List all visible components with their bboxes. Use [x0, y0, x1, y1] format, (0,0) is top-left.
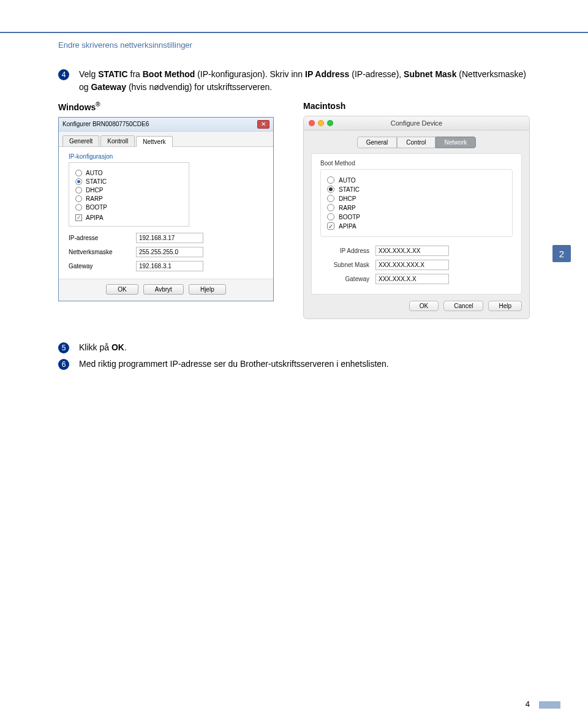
- s4-b2: Boot Method: [143, 69, 195, 79]
- mac-cancel-button[interactable]: Cancel: [443, 301, 483, 311]
- tab-generelt[interactable]: Generelt: [62, 135, 99, 146]
- win-field-gw: Gateway 192.168.3.1: [69, 261, 263, 271]
- s4-p2: (hvis nødvendig) for utskriftsserveren.: [126, 82, 272, 92]
- mac-radio-dhcp[interactable]: DHCP: [327, 195, 506, 202]
- step-5: 5 Klikk på OK.: [58, 341, 530, 354]
- section-title: Endre skriverens nettverksinnstillinger: [58, 40, 530, 50]
- mac-dialog: Configure Device General Control Network…: [303, 116, 530, 319]
- mac-titlebar: Configure Device: [304, 116, 529, 130]
- mac-input-ip[interactable]: XXX.XXX.X.XX: [375, 246, 449, 256]
- mac-tabs: General Control Network: [304, 137, 529, 148]
- mac-group-label: Boot Method: [320, 160, 513, 167]
- page-number: 4: [526, 699, 530, 709]
- windows-label: Windows®: [58, 101, 285, 112]
- step-6: 6 Med riktig programmert IP-adresse ser …: [58, 358, 530, 371]
- step-number-6: 6: [58, 359, 69, 370]
- mac-title-text: Configure Device: [339, 119, 494, 127]
- win-check-apipa[interactable]: ✓APIPA: [75, 214, 183, 221]
- mac-tab-general[interactable]: General: [357, 137, 398, 148]
- mac-tab-network[interactable]: Network: [435, 137, 477, 148]
- header-rule: [0, 32, 588, 33]
- win-group-label: IP-konfigurasjon: [69, 153, 263, 160]
- s4-p1: (IP-konfigurasjon). Skriv inn: [195, 69, 305, 79]
- win-radio-dhcp[interactable]: DHCP: [75, 187, 183, 194]
- s4-b3: IP Address: [305, 69, 349, 79]
- chapter-tab: 2: [552, 245, 571, 262]
- mac-field-ip: IP Address XXX.XXX.X.XX: [320, 246, 513, 256]
- win-input-mask[interactable]: 255.255.255.0: [136, 247, 203, 257]
- s4-m2: (IP-adresse),: [349, 69, 404, 79]
- s4-b4: Subnet Mask: [404, 69, 456, 79]
- s4-pre: Velg: [79, 69, 98, 79]
- win-radio-static[interactable]: STATIC: [75, 178, 183, 185]
- s5-post: .: [124, 342, 127, 352]
- mac-tab-control[interactable]: Control: [397, 137, 435, 148]
- close-icon[interactable]: ✕: [257, 120, 270, 129]
- page-bar: [539, 701, 560, 709]
- mac-field-mask: Subnet Mask XXX.XXX.XXX.X: [320, 260, 513, 270]
- macintosh-label: Macintosh: [303, 101, 530, 111]
- mac-zoom-icon[interactable]: [327, 120, 333, 126]
- win-ip-config-group: AUTO STATIC DHCP RARP BOOTP ✓APIPA: [69, 162, 189, 227]
- mac-radio-static[interactable]: STATIC: [327, 186, 506, 193]
- s4-m1: fra: [128, 69, 143, 79]
- mac-input-mask[interactable]: XXX.XXX.XXX.X: [375, 260, 449, 270]
- mac-radio-bootp[interactable]: BOOTP: [327, 213, 506, 220]
- win-input-ip[interactable]: 192.168.3.17: [136, 233, 203, 243]
- mac-check-apipa[interactable]: ✓APIPA: [327, 222, 506, 230]
- mac-boot-method-group: AUTO STATIC DHCP RARP BOOTP ✓APIPA: [320, 169, 513, 237]
- win-radio-auto[interactable]: AUTO: [75, 170, 183, 176]
- mac-help-button[interactable]: Help: [488, 301, 522, 311]
- win-radio-bootp[interactable]: BOOTP: [75, 204, 183, 211]
- mac-ok-button[interactable]: OK: [409, 301, 439, 311]
- win-cancel-button[interactable]: Avbryt: [143, 284, 184, 295]
- tab-nettverk[interactable]: Nettverk: [136, 136, 172, 147]
- mac-close-icon[interactable]: [309, 120, 315, 126]
- tab-kontroll[interactable]: Kontroll: [100, 135, 135, 146]
- mac-radio-auto[interactable]: AUTO: [327, 176, 506, 184]
- step-4: 4 Velg STATIC fra Boot Method (IP-konfig…: [58, 68, 530, 94]
- s4-b1: STATIC: [98, 69, 127, 79]
- s5-b1: OK: [111, 342, 124, 352]
- step-number-4: 4: [58, 69, 69, 80]
- windows-titlebar: Konfigurer BRN00807750CDE6 ✕: [59, 118, 273, 132]
- step-number-5: 5: [58, 342, 69, 353]
- mac-radio-rarp[interactable]: RARP: [327, 204, 506, 211]
- windows-title-text: Konfigurer BRN00807750CDE6: [62, 121, 149, 127]
- s5-pre: Klikk på: [79, 342, 111, 352]
- win-input-gw[interactable]: 192.168.3.1: [136, 261, 203, 271]
- win-ok-button[interactable]: OK: [106, 284, 138, 295]
- s6-text: Med riktig programmert IP-adresse ser du…: [79, 358, 530, 371]
- win-field-mask: Nettverksmaske 255.255.255.0: [69, 247, 263, 257]
- win-field-ip: IP-adresse 192.168.3.17: [69, 233, 263, 243]
- windows-tabs: Generelt Kontroll Nettverk: [59, 132, 273, 147]
- mac-minimize-icon[interactable]: [318, 120, 324, 126]
- mac-input-gw[interactable]: XXX.XXX.X.X: [375, 274, 449, 284]
- s4-b5: Gateway: [91, 82, 126, 92]
- windows-dialog: Konfigurer BRN00807750CDE6 ✕ Generelt Ko…: [58, 117, 274, 301]
- win-radio-rarp[interactable]: RARP: [75, 195, 183, 202]
- mac-field-gw: Gateway XXX.XXX.X.X: [320, 274, 513, 284]
- win-help-button[interactable]: Hjelp: [189, 284, 226, 295]
